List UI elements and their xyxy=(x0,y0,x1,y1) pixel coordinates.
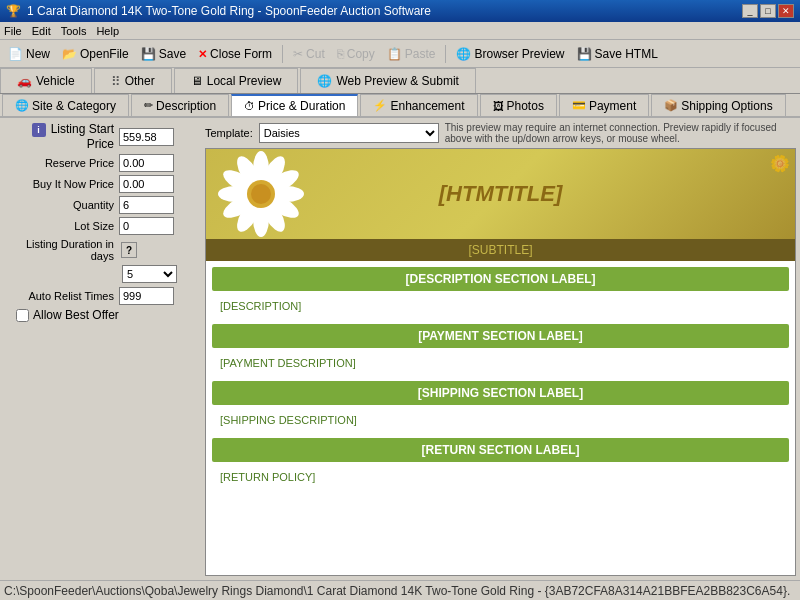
preview-title: [HTMTITLE] xyxy=(439,181,562,207)
preview-shipping-header: [SHIPPING SECTION LABEL] xyxy=(212,381,789,405)
new-icon xyxy=(8,47,23,61)
reserve-price-label: Reserve Price xyxy=(4,157,119,169)
localpreview-icon: 🖥 xyxy=(191,74,203,88)
titlebar: 🏆 1 Carat Diamond 14K Two-Tone Gold Ring… xyxy=(0,0,800,22)
auto-relist-label: Auto Relist Times xyxy=(4,290,119,302)
enhance-icon: ⚡ xyxy=(373,99,387,112)
right-panel: Template: Daisies Classic Modern Blue Re… xyxy=(205,122,796,576)
paste-icon xyxy=(387,47,402,61)
paste-button[interactable]: Paste xyxy=(383,45,440,63)
preview-container[interactable]: 🌼 [HTMTITLE] [SUBTITLE] [DESCRIPTION SEC… xyxy=(205,148,796,576)
menu-file[interactable]: File xyxy=(4,25,22,37)
buy-it-now-input[interactable] xyxy=(119,175,174,193)
lot-size-input[interactable] xyxy=(119,217,174,235)
left-panel: i Listing Start Price Reserve Price Buy … xyxy=(4,122,199,576)
tab-price-duration[interactable]: ⏱ Price & Duration xyxy=(231,94,358,116)
price-icon: ⏱ xyxy=(244,100,255,112)
shipping-icon: 📦 xyxy=(664,99,678,112)
preview-shipping-content: [SHIPPING DESCRIPTION] xyxy=(206,411,795,432)
toolbar-separator-1 xyxy=(282,45,283,63)
tab-other[interactable]: ⠿ Other xyxy=(94,68,172,93)
save-button[interactable]: Save xyxy=(137,45,190,63)
menu-help[interactable]: Help xyxy=(96,25,119,37)
preview-payment-content: [PAYMENT DESCRIPTION] xyxy=(206,354,795,375)
payment-icon: 💳 xyxy=(572,99,586,112)
template-label: Template: xyxy=(205,127,253,139)
daisy-decoration xyxy=(211,149,311,239)
vehicle-icon xyxy=(17,74,32,88)
savehtml-icon xyxy=(577,47,592,61)
close-button[interactable]: ✕ xyxy=(778,4,794,18)
copy-icon xyxy=(337,47,344,61)
tab-site-category[interactable]: 🌐 Site & Category xyxy=(2,94,129,116)
best-offer-checkbox[interactable] xyxy=(16,309,29,322)
webpreview-icon: 🌐 xyxy=(317,74,332,88)
content-area: i Listing Start Price Reserve Price Buy … xyxy=(0,118,800,580)
buy-it-now-label: Buy It Now Price xyxy=(4,178,119,190)
preview-header: 🌼 [HTMTITLE] xyxy=(206,149,795,239)
template-row: Template: Daisies Classic Modern Blue Re… xyxy=(205,122,796,144)
preview-note: This preview may require an internet con… xyxy=(445,122,796,144)
duration-help-button[interactable]: ? xyxy=(121,242,137,258)
toolbar-separator-2 xyxy=(445,45,446,63)
tab-local-preview[interactable]: 🖥 Local Preview xyxy=(174,68,299,93)
auto-relist-row: Auto Relist Times xyxy=(4,287,199,305)
listing-start-price-input[interactable] xyxy=(119,128,174,146)
quantity-label: Quantity xyxy=(4,199,119,211)
tab-photos[interactable]: 🖼 Photos xyxy=(480,94,557,116)
info-icon: i xyxy=(32,123,46,137)
close-form-button[interactable]: Close Form xyxy=(194,45,276,63)
duration-row: Listing Duration in days ? xyxy=(4,238,199,262)
reserve-price-row: Reserve Price xyxy=(4,154,199,172)
sub-tabs: 🌐 Site & Category ✏ Description ⏱ Price … xyxy=(0,94,800,118)
toolbar: New OpenFile Save Close Form Cut Copy Pa… xyxy=(0,40,800,68)
browser-icon xyxy=(456,47,471,61)
duration-label: Listing Duration in days xyxy=(4,238,119,262)
lot-size-row: Lot Size xyxy=(4,217,199,235)
menu-tools[interactable]: Tools xyxy=(61,25,87,37)
header-decorations: 🌼 xyxy=(770,154,790,173)
tab-description[interactable]: ✏ Description xyxy=(131,94,229,116)
statusbar-text: C:\SpoonFeeder\Auctions\Qoba\Jewelry Rin… xyxy=(4,584,790,598)
titlebar-controls[interactable]: _ □ ✕ xyxy=(742,4,794,18)
window-title: 1 Carat Diamond 14K Two-Tone Gold Ring -… xyxy=(27,4,431,18)
quantity-input[interactable] xyxy=(119,196,174,214)
preview-description-content: [DESCRIPTION] xyxy=(206,297,795,318)
main-tabs: Vehicle ⠿ Other 🖥 Local Preview 🌐 Web Pr… xyxy=(0,68,800,94)
save-icon xyxy=(141,47,156,61)
cut-button[interactable]: Cut xyxy=(289,45,329,63)
statusbar: C:\SpoonFeeder\Auctions\Qoba\Jewelry Rin… xyxy=(0,580,800,600)
tab-web-preview[interactable]: 🌐 Web Preview & Submit xyxy=(300,68,476,93)
cut-icon xyxy=(293,47,303,61)
other-icon: ⠿ xyxy=(111,74,121,89)
photos-icon: 🖼 xyxy=(493,100,504,112)
duration-select[interactable]: 1 3 5 7 10 14 21 30 xyxy=(122,265,177,283)
maximize-button[interactable]: □ xyxy=(760,4,776,18)
preview-return-header: [RETURN SECTION LABEL] xyxy=(212,438,789,462)
tab-vehicle[interactable]: Vehicle xyxy=(0,68,92,93)
buy-it-now-row: Buy It Now Price xyxy=(4,175,199,193)
close-form-icon xyxy=(198,47,207,61)
preview-payment-header: [PAYMENT SECTION LABEL] xyxy=(212,324,789,348)
listing-start-price-row: i Listing Start Price xyxy=(4,122,199,151)
menubar: File Edit Tools Help xyxy=(0,22,800,40)
auto-relist-input[interactable] xyxy=(119,287,174,305)
menu-edit[interactable]: Edit xyxy=(32,25,51,37)
svg-point-13 xyxy=(251,184,271,204)
new-button[interactable]: New xyxy=(4,45,54,63)
best-offer-row: Allow Best Offer xyxy=(16,308,199,322)
tab-shipping[interactable]: 📦 Shipping Options xyxy=(651,94,785,116)
preview-description-header: [DESCRIPTION SECTION LABEL] xyxy=(212,267,789,291)
preview-subtitle: [SUBTITLE] xyxy=(206,239,795,261)
minimize-button[interactable]: _ xyxy=(742,4,758,18)
template-select[interactable]: Daisies Classic Modern Blue Red xyxy=(259,123,439,143)
tab-payment[interactable]: 💳 Payment xyxy=(559,94,649,116)
best-offer-label: Allow Best Offer xyxy=(33,308,119,322)
copy-button[interactable]: Copy xyxy=(333,45,379,63)
site-icon: 🌐 xyxy=(15,99,29,112)
reserve-price-input[interactable] xyxy=(119,154,174,172)
browser-preview-button[interactable]: Browser Preview xyxy=(452,45,568,63)
save-html-button[interactable]: Save HTML xyxy=(573,45,662,63)
tab-enhancement[interactable]: ⚡ Enhancement xyxy=(360,94,477,116)
openfile-button[interactable]: OpenFile xyxy=(58,45,133,63)
